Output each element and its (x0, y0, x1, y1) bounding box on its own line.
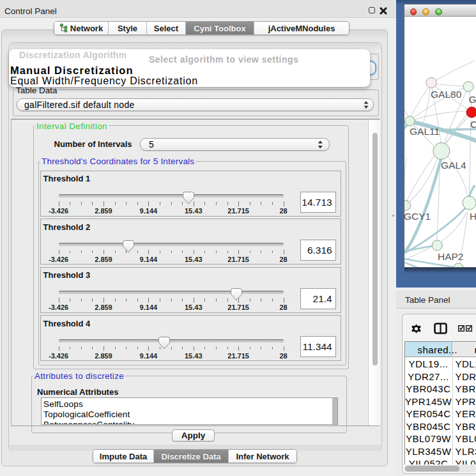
svg-text:G.: G. (469, 94, 476, 105)
svg-text:HAP2: HAP2 (438, 251, 464, 262)
svg-text:GAL11: GAL11 (410, 126, 440, 137)
svg-text:GAL4: GAL4 (441, 160, 466, 171)
svg-text:H: H (470, 211, 476, 222)
svg-text:GCY1: GCY1 (404, 211, 431, 222)
svg-text:C: C (470, 119, 476, 130)
svg-text:GAL80: GAL80 (431, 89, 462, 100)
